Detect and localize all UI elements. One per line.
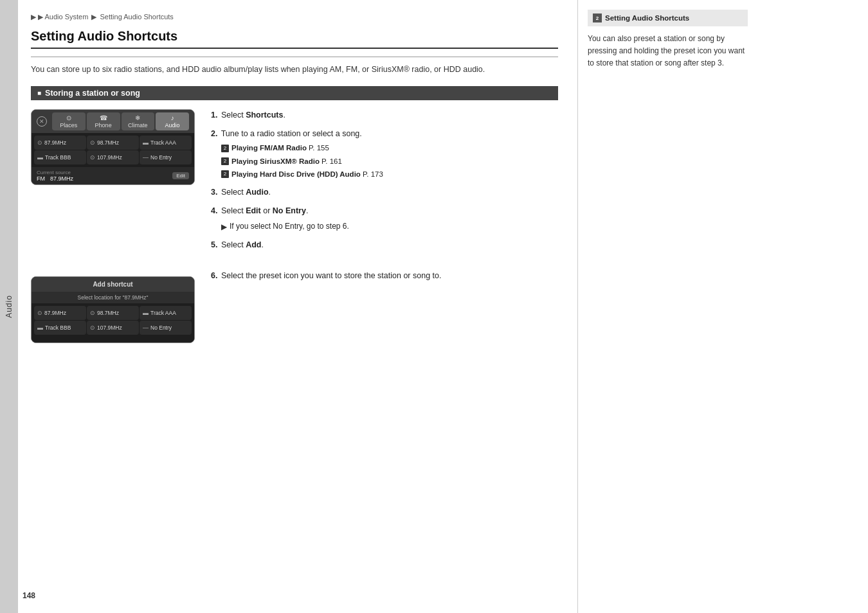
step-3-text: Select — [221, 188, 246, 197]
steps-col-2: 6. Select the preset icon you want to st… — [211, 270, 558, 343]
mockup2-cell-icon-4: ▬ — [37, 324, 43, 331]
mockup2-cell-icon-6: — — [143, 324, 149, 331]
mockup-cell-6[interactable]: — No Entry — [140, 150, 192, 164]
mockup2-cell-6[interactable]: — No Entry — [140, 321, 192, 335]
title-rule — [31, 57, 558, 57]
mockup-tab-places-label: Places — [60, 122, 77, 129]
step-1-text: Select — [221, 111, 246, 120]
section-header: Storing a station or song — [31, 86, 558, 100]
step-4-bold1: Edit — [246, 206, 261, 215]
step-2-refs: 2 Playing FM/AM Radio P. 155 2 Playing S… — [211, 143, 558, 180]
ref-icon-1: 2 — [221, 145, 229, 152]
add-shortcut-header: Add shortcut — [32, 277, 194, 292]
cell-icon-1: ⊙ — [37, 139, 42, 146]
mockup2-cell-text-4: Track BBB — [45, 324, 71, 331]
step-1: 1. Select Shortcuts. — [211, 109, 558, 121]
image-col-1: ✕ ⊙ Places ☎ Phone ❄ — [31, 109, 198, 258]
source-freq: 87.9MHz — [50, 175, 73, 182]
mockup-cell-2[interactable]: ⊙ 98.7MHz — [87, 136, 139, 150]
mockup-tab-climate[interactable]: ❄ Climate — [122, 112, 155, 130]
mockup2-cell-text-6: No Entry — [150, 324, 172, 331]
mockup-cell-1[interactable]: ⊙ 87.9MHz — [34, 136, 86, 150]
mockup-close-btn[interactable]: ✕ — [37, 116, 47, 127]
step-1-bold: Shortcuts — [246, 111, 283, 120]
breadcrumb: ▶ ▶ Audio System ▶ Setting Audio Shortcu… — [31, 13, 558, 21]
mockup-tab-phone[interactable]: ☎ Phone — [87, 112, 120, 130]
mockup-footer-1: Current source FM 87.9MHz Edit — [32, 167, 194, 184]
climate-icon: ❄ — [135, 114, 140, 121]
breadcrumb-arrow2: ▶ — [38, 13, 43, 21]
mockup-tab-audio[interactable]: ♪ Audio — [156, 112, 189, 130]
mockup-grid-1: ⊙ 87.9MHz ⊙ 98.7MHz ▬ Track AAA ▬ — [32, 133, 194, 167]
mockup-nav-tabs: ⊙ Places ☎ Phone ❄ Climate — [52, 112, 189, 130]
ref-fm-text: Playing FM/AM Radio P. 155 — [231, 143, 329, 154]
step-5: 5. Select Add. — [211, 239, 558, 251]
mockup-cell-5[interactable]: ⊙ 107.9MHz — [87, 150, 139, 164]
source-name: FM — [37, 175, 45, 182]
step-5-number: 5. — [211, 240, 217, 249]
breadcrumb-item2: Setting Audio Shortcuts — [100, 13, 174, 21]
cell-text-5: 107.9MHz — [97, 154, 122, 161]
source-row: Current source FM 87.9MHz Edit — [37, 170, 189, 182]
add-shortcut-subtitle: Select location for "87.9MHz" — [32, 292, 194, 303]
breadcrumb-item1: Audio System — [45, 13, 89, 21]
cell-icon-5: ⊙ — [90, 154, 95, 161]
page-title: Setting Audio Shortcuts — [31, 29, 558, 49]
cell-icon-4: ▬ — [37, 154, 43, 161]
cell-text-6: No Entry — [150, 154, 172, 161]
step-3-suffix: . — [269, 188, 271, 197]
mockup2-cell-1[interactable]: ⊙ 87.9MHz — [34, 306, 86, 320]
edit-button[interactable]: Edit — [172, 172, 189, 179]
step-3-number: 3. — [211, 188, 217, 197]
step-4-bold2: No Entry — [273, 206, 306, 215]
mockup-tab-places[interactable]: ⊙ Places — [52, 112, 86, 130]
steps-list: 1. Select Shortcuts. 2. Tune to a radio … — [211, 109, 558, 251]
ref-sirius: 2 Playing SiriusXM® Radio P. 161 — [221, 156, 558, 167]
step-5-bold: Add — [246, 240, 261, 249]
step-1-number: 1. — [211, 111, 217, 120]
step-6-number: 6. — [211, 271, 217, 280]
mockup2-cell-text-2: 98.7MHz — [97, 310, 119, 316]
step-1-suffix: . — [283, 111, 285, 120]
panel-header-icon: 2 — [593, 13, 602, 22]
step-2: 2. Tune to a radio station or select a s… — [211, 128, 558, 181]
mockup-tab-climate-label: Climate — [128, 122, 148, 129]
step-3: 3. Select Audio. — [211, 186, 558, 199]
breadcrumb-arrow1: ▶ — [31, 13, 36, 21]
image-col-2: Add shortcut Select location for "87.9MH… — [31, 270, 198, 343]
page-number: 148 — [23, 591, 35, 600]
right-panel-text: You can also preset a station or song by… — [588, 33, 748, 70]
ui-mockup-1: ✕ ⊙ Places ☎ Phone ❄ — [31, 109, 195, 185]
cell-icon-3: ▬ — [143, 139, 149, 146]
places-icon: ⊙ — [66, 114, 71, 121]
mockup2-cell-icon-2: ⊙ — [90, 310, 95, 316]
content-row-1: ✕ ⊙ Places ☎ Phone ❄ — [31, 109, 558, 258]
step-4-text: Select — [221, 206, 246, 215]
cell-text-1: 87.9MHz — [44, 139, 66, 146]
ref-hdd-text: Playing Hard Disc Drive (HDD) Audio P. 1… — [231, 169, 383, 180]
mockup-cell-3[interactable]: ▬ Track AAA — [140, 136, 192, 150]
step-6-text: Select the preset icon you want to store… — [221, 271, 442, 280]
step-6: 6. Select the preset icon you want to st… — [211, 270, 558, 282]
mockup-header: ✕ ⊙ Places ☎ Phone ❄ — [32, 110, 194, 133]
mockup-cell-4[interactable]: ▬ Track BBB — [34, 150, 86, 164]
mockup2-cell-3[interactable]: ▬ Track AAA — [140, 306, 192, 320]
source-info: Current source FM 87.9MHz — [37, 170, 73, 182]
step-4-substeps: ▶ If you select No Entry, go to step 6. — [211, 220, 558, 233]
ref-fm: 2 Playing FM/AM Radio P. 155 — [221, 143, 558, 154]
audio-icon: ♪ — [171, 114, 174, 121]
ref-hdd: 2 Playing Hard Disc Drive (HDD) Audio P.… — [221, 169, 558, 180]
ref-icon-2: 2 — [221, 157, 229, 165]
mockup2-cell-4[interactable]: ▬ Track BBB — [34, 321, 86, 335]
mockup2-cell-2[interactable]: ⊙ 98.7MHz — [87, 306, 139, 320]
section-header-text: Storing a station or song — [45, 89, 140, 98]
mockup2-cell-icon-5: ⊙ — [90, 324, 95, 331]
mockup2-cell-text-5: 107.9MHz — [97, 324, 122, 331]
intro-text: You can store up to six radio stations, … — [31, 64, 558, 76]
cell-icon-6: — — [143, 154, 149, 161]
cell-text-2: 98.7MHz — [97, 139, 119, 146]
sidebar-label: Audio — [5, 295, 14, 318]
mockup2-cell-5[interactable]: ⊙ 107.9MHz — [87, 321, 139, 335]
cell-text-3: Track AAA — [150, 139, 176, 146]
step-2-text: Tune to a radio station or select a song… — [221, 129, 362, 138]
